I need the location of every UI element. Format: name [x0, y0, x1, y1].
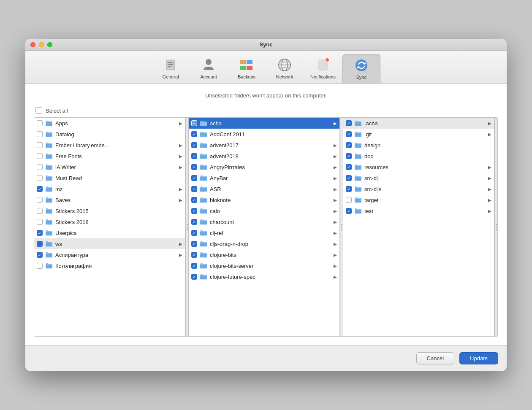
item-checkbox[interactable]: ✓ — [191, 274, 197, 280]
tab-backups[interactable]: Backups — [228, 54, 266, 84]
list-item[interactable]: ✓ cljs-drag-n-drop▶ — [189, 238, 339, 249]
item-checkbox[interactable]: − — [37, 241, 43, 247]
list-item[interactable]: Datalog — [34, 129, 185, 140]
item-checkbox[interactable]: ✓ — [346, 120, 352, 126]
item-checkbox[interactable]: ✓ — [346, 153, 352, 159]
item-checkbox[interactable] — [37, 131, 43, 137]
list-item[interactable]: − ws▶ — [34, 238, 185, 249]
item-checkbox[interactable]: ✓ — [37, 252, 43, 258]
item-checkbox[interactable] — [37, 175, 43, 181]
item-label: Datalog — [55, 131, 182, 138]
list-item[interactable]: ✓ test▶ — [343, 205, 494, 216]
list-item[interactable]: − acha▶ — [189, 118, 339, 129]
item-checkbox[interactable]: ✓ — [191, 142, 197, 148]
list-item[interactable]: ✓ charcount▶ — [189, 216, 339, 227]
item-checkbox[interactable]: ✓ — [37, 230, 43, 236]
item-checkbox[interactable] — [37, 197, 43, 203]
list-item[interactable]: ✓ Userpics — [34, 227, 185, 238]
list-item[interactable]: Saves▶ — [34, 194, 185, 205]
list-item[interactable]: ✓ doc — [343, 151, 494, 162]
list-item[interactable]: ✓ AngryPirrrates▶ — [189, 162, 339, 173]
item-checkbox[interactable] — [37, 263, 43, 269]
item-checkbox[interactable] — [37, 120, 43, 126]
item-checkbox[interactable]: ✓ — [346, 142, 352, 148]
item-checkbox[interactable] — [346, 197, 352, 203]
list-item[interactable]: ✓ clojure-bits-server▶ — [189, 260, 339, 271]
minimize-button[interactable] — [39, 42, 44, 47]
list-item[interactable]: ✓ clojure-bits▶ — [189, 249, 339, 260]
svg-rect-7 — [240, 66, 246, 70]
list-item[interactable]: target▶ — [343, 194, 494, 205]
item-checkbox[interactable] — [37, 164, 43, 170]
bottom-bar: Cancel Update — [25, 345, 507, 371]
list-item[interactable]: ✓ ASR▶ — [189, 183, 339, 194]
item-checkbox[interactable]: ✓ — [191, 230, 197, 236]
item-checkbox[interactable]: ✓ — [191, 197, 197, 203]
list-item[interactable]: Apps▶ — [34, 118, 185, 129]
list-item[interactable]: ✓ .git▶ — [343, 129, 494, 140]
item-checkbox[interactable]: ✓ — [191, 153, 197, 159]
item-checkbox[interactable]: ✓ — [191, 175, 197, 181]
item-checkbox[interactable]: ✓ — [346, 186, 352, 192]
item-checkbox[interactable]: ✓ — [191, 241, 197, 247]
item-checkbox[interactable]: ✓ — [191, 219, 197, 225]
item-checkbox[interactable]: ✓ — [191, 263, 197, 269]
item-label: AngryPirrrates — [210, 164, 334, 170]
item-checkbox[interactable] — [37, 219, 43, 225]
list-item[interactable]: ✓ advent2018▶ — [189, 151, 339, 162]
item-checkbox[interactable]: ✓ — [346, 131, 352, 137]
list-item[interactable]: ✓ src-clj▶ — [343, 173, 494, 183]
tab-general[interactable]: General — [152, 54, 190, 84]
tab-sync[interactable]: Sync — [342, 54, 380, 84]
tab-network[interactable]: Network — [266, 54, 304, 84]
item-checkbox[interactable]: − — [191, 120, 197, 126]
item-checkbox[interactable]: ✓ — [191, 208, 197, 214]
list-item[interactable]: Free Fonts▶ — [34, 151, 185, 162]
maximize-button[interactable] — [47, 42, 52, 47]
item-checkbox[interactable]: ✓ — [191, 131, 197, 137]
item-checkbox[interactable] — [37, 153, 43, 159]
list-item[interactable]: ✓ mz▶ — [34, 183, 185, 194]
folder-column-2[interactable]: − acha▶✓ AddConf 2011✓ advent2017▶✓ adve… — [189, 118, 340, 336]
list-item[interactable]: Котолиграфия — [34, 260, 185, 271]
item-checkbox[interactable]: ✓ — [346, 208, 352, 214]
item-checkbox[interactable]: ✓ — [37, 186, 43, 192]
notifications-icon — [315, 57, 331, 73]
item-checkbox[interactable]: ✓ — [191, 252, 197, 258]
list-item[interactable]: Stickers 2015 — [34, 205, 185, 216]
item-label: Saves — [55, 197, 179, 203]
list-item[interactable]: Must Read — [34, 173, 185, 183]
list-item[interactable]: ✓ .acha▶ — [343, 118, 494, 129]
tab-account[interactable]: Account — [190, 54, 228, 84]
item-checkbox[interactable]: ✓ — [346, 164, 352, 170]
item-checkbox[interactable]: ✓ — [191, 186, 197, 192]
list-item[interactable]: ✓ bloknote▶ — [189, 194, 339, 205]
list-item[interactable]: Stickers 2018 — [34, 216, 185, 227]
list-item[interactable]: ✓ AddConf 2011 — [189, 129, 339, 140]
list-item[interactable]: ✓ clj-ref▶ — [189, 227, 339, 238]
tab-general-label: General — [162, 74, 179, 79]
cancel-button[interactable]: Cancel — [416, 352, 454, 364]
list-item[interactable]: ✓ resources▶ — [343, 162, 494, 173]
list-item[interactable]: ✓ design — [343, 140, 494, 151]
folder-column-1[interactable]: Apps▶ Datalog Ember Library.embe...▶ Fre… — [34, 118, 185, 336]
item-checkbox[interactable] — [37, 208, 43, 214]
item-label: Must Read — [55, 175, 182, 181]
list-item[interactable]: ✓ AnyBar▶ — [189, 173, 339, 183]
list-item[interactable]: ✓ advent2017▶ — [189, 140, 339, 151]
close-button[interactable] — [30, 42, 35, 47]
folder-column-3[interactable]: ✓ .acha▶✓ .git▶✓ design✓ doc✓ resources▶… — [343, 118, 494, 336]
item-checkbox[interactable]: ✓ — [346, 175, 352, 181]
list-item[interactable]: iA Writer▶ — [34, 162, 185, 173]
tab-notifications[interactable]: Notifications — [304, 54, 342, 84]
list-item[interactable]: ✓ clojure-future-spec▶ — [189, 271, 339, 282]
item-label: test — [364, 208, 488, 214]
item-checkbox[interactable]: ✓ — [191, 164, 197, 170]
select-all-checkbox[interactable] — [35, 107, 42, 114]
list-item[interactable]: ✓ src-cljs▶ — [343, 183, 494, 194]
list-item[interactable]: ✓ calo▶ — [189, 205, 339, 216]
list-item[interactable]: ✓ Аспирантура▶ — [34, 249, 185, 260]
update-button[interactable]: Update — [459, 352, 498, 364]
list-item[interactable]: Ember Library.embe...▶ — [34, 140, 185, 151]
item-checkbox[interactable] — [37, 142, 43, 148]
